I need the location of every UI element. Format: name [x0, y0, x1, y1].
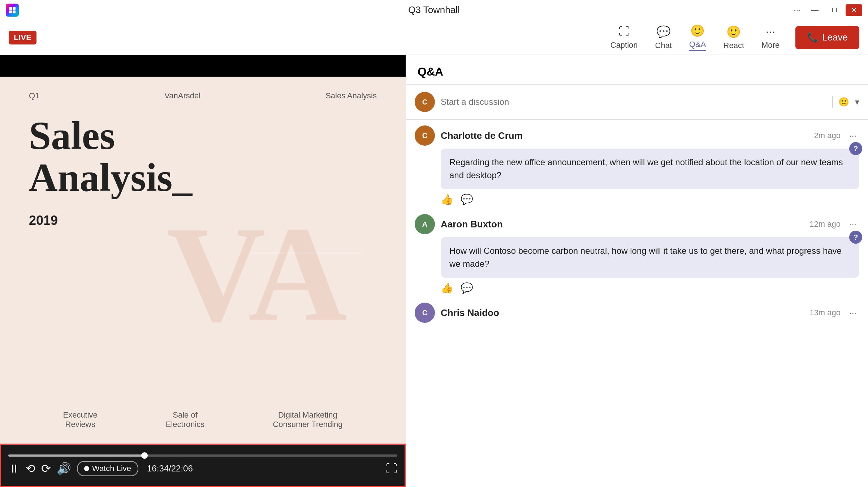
black-bar: [0, 55, 406, 77]
qa-button[interactable]: 🙂 Q&A: [682, 21, 713, 54]
react-label: React: [724, 41, 744, 50]
slide-footer: Executive Reviews Sale of Electronics Di…: [29, 410, 377, 429]
play-pause-button[interactable]: ⏸: [8, 462, 20, 475]
slide-title: Sales Analysis_: [29, 115, 377, 198]
qa-message-2-text: How will Contoso become carbon neutral, …: [449, 246, 842, 269]
qa-message-2-time: 12m ago: [809, 219, 841, 229]
slide-header-q1: Q1: [29, 91, 39, 101]
video-area: Q1 VanArsdel Sales Analysis VA Sales Ana…: [0, 55, 406, 487]
more-icon: ···: [766, 25, 776, 38]
qa-message-3-time: 13m ago: [809, 308, 841, 317]
qa-message-1-avatar: C: [415, 125, 435, 146]
qa-message-3-more[interactable]: ···: [846, 306, 859, 319]
close-button[interactable]: ✕: [846, 4, 862, 16]
footer-item-3: Digital Marketing Consumer Trending: [273, 410, 342, 429]
video-controls: ⏸ ⟲ ⟳ 🔊 Watch Live 16:34/22:06 ⛶: [0, 444, 406, 487]
qa-dropdown-icon[interactable]: ▾: [855, 97, 859, 107]
slide-container: Q1 VanArsdel Sales Analysis VA Sales Ana…: [0, 77, 406, 444]
footer-item-2-line2: Electronics: [166, 420, 205, 429]
qa-message-1-question-icon: ?: [849, 142, 862, 155]
time-display: 16:34/22:06: [147, 463, 193, 474]
watch-live-button[interactable]: Watch Live: [77, 461, 138, 476]
qa-message-1-bubble: ? Regarding the new office announcement,…: [441, 149, 859, 189]
controls-row: ⏸ ⟲ ⟳ 🔊 Watch Live 16:34/22:06 ⛶: [8, 461, 397, 476]
toolbar: LIVE ⛶ Caption 💬 Chat 🙂 Q&A 🙂 React ··· …: [0, 20, 868, 55]
qa-message-3-header: C Chris Naidoo 13m ago ···: [415, 303, 859, 323]
chat-label: Chat: [655, 41, 672, 50]
minimize-button[interactable]: —: [807, 4, 823, 16]
qa-message-1-name: Charlotte de Crum: [441, 130, 808, 141]
slide-title-line2: Analysis_: [29, 157, 377, 199]
slide-year: 2019: [29, 213, 377, 228]
more-button[interactable]: ··· More: [754, 22, 787, 53]
qa-message-2-more[interactable]: ···: [846, 218, 859, 231]
footer-item-3-line1: Digital Marketing: [273, 410, 342, 420]
progress-knob[interactable]: [141, 452, 148, 459]
slide-header-title: Sales Analysis: [325, 91, 377, 101]
qa-icon: 🙂: [690, 24, 705, 38]
chat-button[interactable]: 💬 Chat: [648, 22, 679, 53]
app-icon: [6, 4, 19, 17]
progress-bar[interactable]: [8, 454, 397, 457]
leave-label: Leave: [822, 32, 848, 43]
qa-message-2: A Aaron Buxton 12m ago ··· ? How will Co…: [415, 214, 859, 294]
qa-input-row: C 🙂 ▾: [406, 85, 868, 120]
footer-item-2: Sale of Electronics: [166, 410, 205, 429]
fullscreen-button[interactable]: ⛶: [386, 462, 397, 475]
leave-button[interactable]: 📞 Leave: [795, 26, 859, 49]
qa-discussion-input[interactable]: [441, 97, 826, 107]
qa-message-1-header: C Charlotte de Crum 2m ago ···: [415, 125, 859, 146]
slide-header-brand: VanArsdel: [164, 91, 200, 101]
qa-message-2-like[interactable]: 👍: [441, 282, 453, 294]
title-bar-more[interactable]: ···: [791, 4, 804, 17]
qa-input-separator: [832, 96, 833, 108]
qa-message-3-name: Chris Naidoo: [441, 307, 804, 319]
progress-fill: [8, 454, 144, 457]
qa-emoji-icon[interactable]: 🙂: [838, 97, 849, 107]
slide-title-line1: Sales: [29, 115, 377, 157]
title-bar-left: [6, 4, 19, 17]
qa-label: Q&A: [689, 40, 706, 51]
qa-message-1: C Charlotte de Crum 2m ago ··· ? Regardi…: [415, 125, 859, 205]
window-title: Q3 Townhall: [408, 4, 460, 16]
qa-message-1-text: Regarding the new office announcement, w…: [449, 157, 843, 180]
qa-message-2-actions: 👍 💬: [441, 281, 859, 294]
qa-message-1-reply[interactable]: 💬: [461, 193, 473, 205]
leave-phone-icon: 📞: [807, 32, 819, 43]
rewind-button[interactable]: ⟲: [26, 462, 35, 475]
qa-message-1-more[interactable]: ···: [846, 129, 859, 142]
qa-message-3-avatar: C: [415, 303, 435, 323]
title-bar: Q3 Townhall ··· — □ ✕: [0, 0, 868, 20]
slide-header: Q1 VanArsdel Sales Analysis: [29, 91, 377, 101]
qa-message-2-bubble: ? How will Contoso become carbon neutral…: [441, 237, 859, 278]
forward-button[interactable]: ⟳: [41, 462, 51, 475]
react-button[interactable]: 🙂 React: [716, 22, 751, 53]
maximize-button[interactable]: □: [826, 4, 843, 16]
qa-message-2-name: Aaron Buxton: [441, 219, 804, 230]
qa-header: Q&A: [406, 55, 868, 85]
caption-button[interactable]: ⛶ Caption: [603, 22, 645, 53]
volume-button[interactable]: 🔊: [57, 462, 71, 475]
live-dot: [84, 466, 89, 471]
chat-icon: 💬: [656, 25, 671, 39]
qa-message-1-like[interactable]: 👍: [441, 193, 453, 205]
qa-message-1-time: 2m ago: [814, 131, 841, 140]
footer-item-3-line2: Consumer Trending: [273, 420, 342, 429]
live-badge: LIVE: [9, 31, 36, 44]
qa-message-2-question-icon: ?: [849, 231, 862, 244]
main-content: Q1 VanArsdel Sales Analysis VA Sales Ana…: [0, 55, 868, 487]
qa-message-2-reply[interactable]: 💬: [461, 282, 473, 294]
qa-message-1-actions: 👍 💬: [441, 192, 859, 205]
qa-user-avatar: C: [415, 92, 435, 112]
footer-item-1-line2: Reviews: [63, 420, 97, 429]
footer-item-2-line1: Sale of: [166, 410, 205, 420]
react-icon: 🙂: [726, 25, 741, 39]
slide-content: Q1 VanArsdel Sales Analysis VA Sales Ana…: [0, 77, 406, 444]
slide-line: [254, 253, 362, 253]
caption-icon: ⛶: [618, 25, 630, 38]
qa-panel: Q&A C 🙂 ▾ C Charlotte de Crum 2m ago ···…: [406, 55, 868, 487]
qa-messages: C Charlotte de Crum 2m ago ··· ? Regardi…: [406, 120, 868, 487]
qa-message-2-avatar: A: [415, 214, 435, 234]
watch-live-label: Watch Live: [92, 464, 131, 473]
title-bar-controls: ··· — □ ✕: [791, 4, 862, 17]
